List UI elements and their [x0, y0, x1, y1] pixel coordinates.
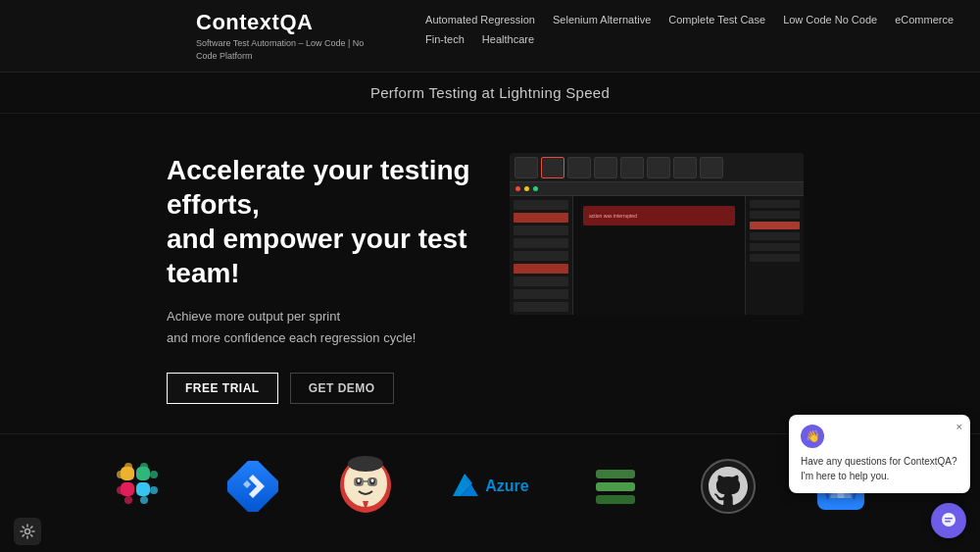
cta-buttons: FREE TRIAL GET DEMO [167, 373, 470, 404]
slack-icon [112, 458, 169, 515]
svg-rect-10 [124, 496, 132, 504]
jenkins-icon [337, 454, 394, 518]
sim-thumbnails [510, 153, 804, 182]
chat-avatar: 👋 [801, 425, 824, 448]
sim-thumb-2 [541, 157, 564, 178]
svg-rect-9 [140, 463, 148, 471]
sim-left-panel [510, 196, 573, 315]
sim-main-panel: action was interrupted [573, 196, 745, 315]
subtext: Achieve more output per sprint and more … [167, 306, 470, 349]
svg-rect-4 [117, 471, 124, 478]
header: ContextQA Software Test Automation – Low… [0, 0, 980, 73]
svg-rect-24 [596, 470, 635, 478]
nav-automated-regression[interactable]: Automated Regression [425, 14, 535, 25]
brand-name[interactable]: ContextQA [196, 10, 376, 35]
sim-right-panel [745, 196, 804, 315]
sim-thumb-5 [620, 157, 644, 178]
chat-fab-button[interactable] [931, 503, 966, 538]
slack-logo [108, 454, 172, 518]
sim-bar [510, 182, 804, 196]
stackify-icon [591, 462, 640, 511]
stackify-logo [583, 454, 647, 518]
main-content: Accelerate your testing efforts,and empo… [0, 114, 980, 433]
nav-ecommerce[interactable]: eCommerce [895, 14, 954, 25]
svg-rect-25 [596, 482, 635, 491]
svg-rect-3 [136, 482, 150, 496]
brand-tagline: Software Test Automation – Low Code | No… [196, 37, 376, 62]
chat-bubble-icon [940, 512, 957, 529]
chat-close-button[interactable]: × [956, 421, 962, 432]
github-icon [699, 457, 758, 516]
nav-healthcare[interactable]: Healthcare [482, 33, 534, 45]
svg-point-29 [942, 513, 956, 527]
settings-button[interactable] [14, 518, 41, 545]
hero-subtitle: Perform Testing at Lightning Speed [0, 84, 980, 101]
sim-thumb-7 [673, 157, 697, 178]
settings-icon [20, 524, 35, 539]
svg-rect-30 [945, 518, 953, 520]
jira-logo [220, 454, 284, 518]
nav-complete-test-case[interactable]: Complete Test Case [668, 14, 765, 25]
main-nav: Automated Regression Selenium Alternativ… [425, 10, 960, 45]
sim-thumb-1 [514, 157, 538, 178]
azure-icon [451, 472, 480, 501]
brand-block: ContextQA Software Test Automation – Low… [196, 10, 376, 62]
sim-thumb-3 [567, 157, 591, 178]
azure-logo: Azure [446, 454, 534, 518]
app-screenshot: action was interrupted [510, 153, 804, 315]
svg-rect-6 [117, 486, 124, 494]
jira-icon [227, 461, 278, 512]
sim-error-box: action was interrupted [583, 206, 735, 226]
svg-rect-26 [596, 495, 635, 504]
headline: Accelerate your testing efforts,and empo… [167, 153, 470, 290]
svg-rect-12 [227, 461, 278, 512]
nav-fintech[interactable]: Fin-tech [425, 33, 465, 45]
chat-widget[interactable]: × 👋 Have any questions for ContextQA? I'… [789, 415, 970, 493]
sim-thumb-6 [647, 157, 670, 178]
svg-rect-11 [140, 496, 148, 504]
left-content: Accelerate your testing efforts,and empo… [167, 153, 470, 404]
chat-message: Have any questions for ContextQA? I'm he… [801, 454, 958, 483]
azure-text: Azure [485, 477, 528, 495]
sim-dot-red [515, 186, 520, 191]
sim-thumb-4 [594, 157, 617, 178]
svg-rect-8 [124, 463, 132, 471]
sim-thumb-8 [700, 157, 723, 178]
svg-rect-31 [945, 521, 951, 523]
svg-rect-5 [150, 471, 158, 478]
svg-point-32 [25, 529, 30, 534]
sim-dot-yellow [524, 186, 529, 191]
free-trial-button[interactable]: FREE TRIAL [167, 373, 278, 404]
nav-low-code-no-code[interactable]: Low Code No Code [783, 14, 877, 25]
hero-section: Perform Testing at Lightning Speed [0, 73, 980, 114]
github-logo [696, 454, 760, 518]
sim-content: action was interrupted [510, 196, 804, 315]
svg-rect-7 [150, 486, 158, 494]
svg-point-19 [348, 456, 383, 472]
nav-selenium-alternative[interactable]: Selenium Alternative [553, 14, 651, 25]
get-demo-button[interactable]: GET DEMO [290, 373, 394, 404]
sim-dot-green [533, 186, 538, 191]
jenkins-logo [333, 454, 397, 518]
